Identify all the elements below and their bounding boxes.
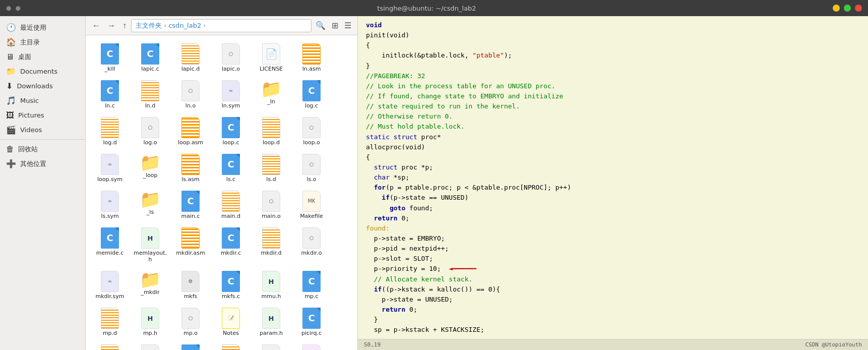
file-icon-c: C: [181, 344, 200, 350]
file-name-label: loop.o: [303, 139, 320, 146]
view-options-button[interactable]: ⊞: [330, 20, 340, 31]
file-item[interactable]: ln.d: [130, 76, 170, 113]
file-item[interactable]: ls.asm: [170, 150, 211, 187]
file-icon-d: [181, 43, 200, 65]
file-item[interactable]: C mkfs.c: [211, 267, 251, 304]
file-item[interactable]: picirq.d: [90, 340, 130, 350]
sidebar-item-videos[interactable]: 🎬 Videos: [0, 123, 85, 137]
forward-button[interactable]: →: [105, 20, 118, 31]
file-item[interactable]: C log.c: [291, 76, 332, 113]
breadcrumb-sep: ›: [164, 22, 166, 29]
file-item[interactable]: C memide.c: [90, 223, 130, 267]
sidebar-item-trash[interactable]: 🗑 回收站: [0, 142, 85, 156]
file-item[interactable]: ○ loop.o: [291, 113, 332, 150]
file-item[interactable]: 📄 LICENSE: [251, 39, 291, 76]
file-item[interactable]: 📁 _mkdir: [130, 267, 170, 304]
file-item[interactable]: lapic.d: [170, 39, 211, 76]
file-item[interactable]: mkdir.asm: [170, 223, 211, 267]
file-item[interactable]: H mp.h: [130, 304, 170, 340]
file-item[interactable]: ○ lapic.o: [211, 39, 251, 76]
search-button[interactable]: 🔍: [314, 20, 328, 31]
file-item[interactable]: ⚙ mkfs: [170, 267, 211, 304]
file-item[interactable]: C loop.c: [211, 113, 251, 150]
file-item[interactable]: mkdir.d: [251, 223, 291, 267]
menu-button[interactable]: ☰: [342, 20, 353, 31]
file-icon-h: H: [262, 308, 280, 329]
file-item[interactable]: C mp.c: [291, 267, 332, 304]
breadcrumb-home[interactable]: 主文件夹: [136, 21, 162, 30]
file-name-label: mkdir.sym: [95, 293, 124, 300]
code-line: // If found, change state to EMBRYO and …: [362, 91, 868, 101]
file-item[interactable]: H param.h: [251, 304, 291, 340]
file-icon-c: C: [302, 308, 321, 329]
file-item[interactable]: mp.d: [90, 304, 130, 340]
file-item[interactable]: C ls.c: [211, 150, 251, 187]
file-manager: ← → ↑ 主文件夹 › csdn_lab2 › 🔍 ⊞ ☰ C _kill C…: [86, 16, 358, 350]
file-item[interactable]: ≈ mkdir.sym: [90, 267, 130, 304]
sidebar-item-other[interactable]: ➕ 其他位置: [0, 156, 85, 171]
file-item[interactable]: H mmu.h: [251, 267, 291, 304]
file-item[interactable]: ○ mkdir.o: [291, 223, 332, 267]
file-item[interactable]: C mkdir.c: [211, 223, 251, 267]
sidebar-item-desktop[interactable]: 🖥 桌面: [0, 49, 85, 64]
file-item[interactable]: pipe.d: [211, 340, 251, 350]
file-item[interactable]: C ln.c: [90, 76, 130, 113]
file-item[interactable]: C _kill: [90, 39, 130, 76]
back-button[interactable]: ←: [90, 20, 103, 31]
file-item[interactable]: ≈ ls.sym: [90, 187, 130, 223]
sidebar-item-home[interactable]: 🏠 主目录: [0, 35, 85, 49]
file-item[interactable]: ○ main.o: [251, 187, 291, 223]
breadcrumb-current[interactable]: csdn_lab2: [168, 22, 201, 29]
file-item[interactable]: 📁 _loop: [130, 150, 170, 187]
close-button[interactable]: [855, 5, 862, 12]
file-item[interactable]: PL pr.pl: [291, 340, 332, 350]
file-item[interactable]: H memlayout.h: [130, 223, 170, 267]
file-item[interactable]: loop.asm: [170, 113, 211, 150]
file-item[interactable]: 📁 _ln: [251, 76, 291, 113]
code-line: for(p = ptable.proc; p < &ptable.proc[NP…: [362, 183, 868, 193]
file-item[interactable]: C main.c: [170, 187, 211, 223]
file-item[interactable]: loop.d: [251, 113, 291, 150]
file-item[interactable]: log.d: [90, 113, 130, 150]
code-line: pinit(void): [362, 30, 868, 40]
file-name-label: log.d: [103, 139, 116, 146]
window-controls-left: ● ●: [6, 5, 21, 12]
file-item[interactable]: ○ ln.o: [170, 76, 211, 113]
file-item[interactable]: ls.d: [251, 150, 291, 187]
file-item[interactable]: MK Makefile: [291, 187, 332, 223]
file-item[interactable]: C picirq.c: [291, 304, 332, 340]
file-name-label: mmu.h: [262, 293, 281, 300]
file-item[interactable]: ln.asm: [291, 39, 332, 76]
recent-icon: 🕐: [6, 23, 16, 32]
file-item[interactable]: ≈ loop.sym: [90, 150, 130, 187]
file-item[interactable]: ○ ls.o: [291, 150, 332, 187]
code-content: void pinit(void) { initlock(&ptable.lock…: [358, 16, 868, 339]
code-line: //PAGEBREAK: 32: [362, 71, 868, 81]
file-item[interactable]: main.d: [211, 187, 251, 223]
code-line: goto found;: [362, 203, 868, 213]
file-item[interactable]: C lapic.c: [130, 39, 170, 76]
file-item[interactable]: ○ picirq.o: [130, 340, 170, 350]
minimize-button[interactable]: [833, 5, 840, 12]
sidebar-item-trash-label: 回收站: [18, 145, 38, 154]
file-icon-o: ○: [302, 154, 321, 175]
file-item[interactable]: ○ mp.o: [170, 304, 211, 340]
file-item[interactable]: 📝 Notes: [211, 304, 251, 340]
sidebar-item-pictures[interactable]: 🖼 Pictures: [0, 108, 85, 123]
parent-dir-button[interactable]: ↑: [120, 20, 129, 31]
file-item[interactable]: ○ pipe.o: [251, 340, 291, 350]
sidebar-item-music[interactable]: 🎵 Music: [0, 93, 85, 108]
sidebar-item-documents[interactable]: 📁 Documents: [0, 64, 85, 79]
file-item[interactable]: ○ log.o: [130, 113, 170, 150]
maximize-button[interactable]: [844, 5, 851, 12]
sidebar-item-downloads[interactable]: ⬇ Downloads: [0, 79, 85, 93]
file-item[interactable]: 📁 _ls: [130, 187, 170, 223]
file-item[interactable]: C pipe.c: [170, 340, 211, 350]
window-controls-right[interactable]: [833, 5, 862, 12]
sidebar-item-recent[interactable]: 🕐 最近使用: [0, 20, 85, 35]
sidebar-item-documents-label: Documents: [20, 68, 57, 75]
breadcrumb-arrow: ›: [203, 22, 206, 29]
file-name-label: main.d: [221, 213, 240, 219]
file-icon-c: C: [302, 271, 321, 292]
file-item[interactable]: ≈ ln.sym: [211, 76, 251, 113]
